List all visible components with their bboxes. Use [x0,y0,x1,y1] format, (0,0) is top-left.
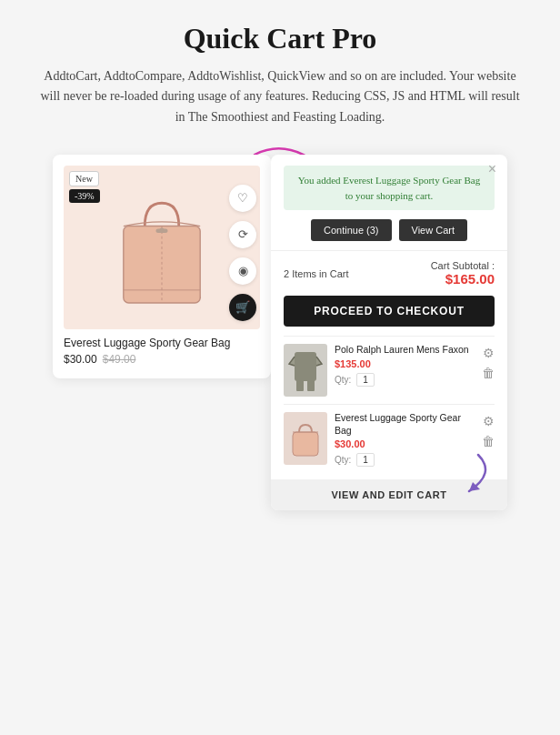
product-prices: $30.00 $49.00 [64,353,260,366]
price-current: $30.00 [64,353,97,366]
bag-svg [103,179,221,316]
cart-subtotal-amount: $165.00 [445,271,495,287]
cart-notification: You added Everest Luggage Sporty Gear Ba… [284,166,495,210]
svg-rect-11 [293,432,318,456]
proceed-checkout-button[interactable]: PROCEED TO CHECKOUT [284,296,495,327]
page-description: AddtoCart, AddtoCompare, AddtoWishlist, … [35,66,525,127]
svg-rect-10 [307,380,315,391]
cart-item-name-1: Polo Ralph Lauren Mens Faxon [335,344,475,357]
discount-badge: -39% [69,189,100,203]
cart-action-buttons: Continue (3) View Cart [284,219,495,241]
qty-value-1: 1 [356,373,375,387]
svg-rect-8 [295,352,316,381]
cart-item-price-1: $135.00 [335,358,475,369]
wishlist-button[interactable]: ♡ [229,185,256,212]
cart-item-image-1 [284,344,327,397]
view-cart-button[interactable]: View Cart [399,219,467,241]
cart-summary: 2 Items in Cart Cart Subtotal : $165.00 [271,251,507,292]
compare-button[interactable]: ⟳ [229,221,256,248]
cart-item: Polo Ralph Lauren Mens Faxon $135.00 Qty… [284,336,495,404]
addtocart-button[interactable]: 🛒 [229,294,256,321]
cart-item-qty-row-1: Qty: 1 [335,373,475,387]
cart-item-settings-icon-2[interactable]: ⚙ [483,414,495,429]
svg-rect-9 [296,380,304,391]
qty-label-2: Qty: [335,455,351,465]
product-card: New -39% [53,155,271,378]
bag-small-icon [287,416,324,461]
jacket-icon [287,347,324,393]
page-title: Quick Cart Pro [184,22,377,55]
cart-item-details-1: Polo Ralph Lauren Mens Faxon $135.00 Qty… [335,344,475,387]
product-name: Everest Luggage Sporty Gear Bag [64,337,260,349]
cart-subtotal: Cart Subtotal : $165.00 [431,260,495,287]
qty-label-1: Qty: [335,375,351,385]
cart-subtotal-label: Cart Subtotal : [431,260,495,271]
cart-panel-top: × You added Everest Luggage Sporty Gear … [271,155,507,251]
cart-item-delete-icon-1[interactable]: 🗑 [482,367,495,381]
svg-rect-6 [155,229,167,234]
cart-item-image-2 [284,412,327,465]
new-badge: New [69,171,99,186]
cart-item-settings-icon-1[interactable]: ⚙ [483,346,495,361]
cart-items-count: 2 Items in Cart [284,268,349,279]
quickview-button[interactable]: ◉ [229,257,256,285]
qty-value-2: 1 [356,453,375,467]
product-card-actions: ♡ ⟳ ◉ 🛒 [229,185,256,321]
price-original: $49.00 [103,353,136,366]
continue-shopping-button[interactable]: Continue (3) [311,219,392,241]
cart-close-button[interactable]: × [488,162,496,176]
cart-item-name-2: Everest Luggage Sporty Gear Bag [335,412,475,437]
arrow-decoration-2 [424,446,496,500]
cart-item-actions-1: ⚙ 🗑 [482,344,495,381]
cart-item-actions-2: ⚙ 🗑 [482,412,495,449]
